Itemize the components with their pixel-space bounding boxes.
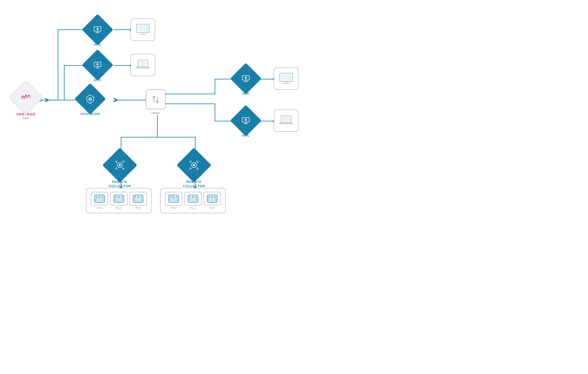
plc-right-1-device xyxy=(184,192,202,205)
collector-right-box: RTU PLC xyxy=(160,188,226,213)
collector-left-group: RTU PLC xyxy=(86,188,152,213)
rtu-left-icon xyxy=(94,194,105,203)
rtu-right-label: RTU xyxy=(171,206,176,209)
svg-rect-95 xyxy=(189,199,197,201)
arc-ml-icon xyxy=(92,60,103,70)
arc-tr-icon xyxy=(240,73,251,84)
svg-point-77 xyxy=(115,196,117,198)
guardian-node: GUARDIAN xyxy=(79,88,101,116)
svg-rect-36 xyxy=(139,61,147,66)
rtu-right-device xyxy=(165,192,182,205)
laptop-ml-icon xyxy=(135,58,151,72)
arc-tr-diamond xyxy=(230,63,261,94)
svg-rect-57 xyxy=(282,116,290,122)
rtu-left-device xyxy=(91,192,108,205)
plc-right-1: PLC xyxy=(184,192,202,209)
plc-right-2-icon xyxy=(207,194,218,203)
plc-left-2-device xyxy=(129,192,147,205)
svg-point-63 xyxy=(116,168,117,169)
svg-rect-28 xyxy=(137,25,148,32)
svg-point-37 xyxy=(142,67,144,68)
rc-right-icon xyxy=(188,159,200,172)
monitor-tr-node xyxy=(274,67,298,90)
svg-point-89 xyxy=(176,196,177,198)
switch-box xyxy=(146,89,166,109)
arc-tl-icon xyxy=(92,24,103,35)
svg-point-84 xyxy=(140,196,142,198)
svg-point-61 xyxy=(116,161,117,162)
arc-tl-diamond xyxy=(82,14,113,45)
svg-point-78 xyxy=(118,196,120,198)
rc-left-inner xyxy=(107,153,132,177)
monitor-tl-icon xyxy=(135,23,151,37)
plc-left-1-device xyxy=(110,192,127,205)
plc-right-2: PLC xyxy=(204,192,221,209)
arc-tr-inner xyxy=(235,67,257,90)
guardian-diamond xyxy=(74,83,106,114)
svg-rect-85 xyxy=(134,199,142,201)
rc-right-inner xyxy=(182,153,206,177)
svg-point-60 xyxy=(119,164,121,166)
collector-right-group: RTU PLC xyxy=(160,188,226,213)
svg-rect-75 xyxy=(96,199,104,201)
switch-label: Switch xyxy=(151,111,160,115)
plc-right-2-device xyxy=(204,192,221,205)
svg-rect-90 xyxy=(170,199,178,201)
plc-right-1-label: PLC xyxy=(190,206,195,209)
vantage-sublabel: SaaS xyxy=(23,117,29,120)
plc-right-2-label: PLC xyxy=(210,206,215,209)
plc-left-1: PLC xyxy=(110,192,127,209)
rtu-right-icon xyxy=(168,194,179,203)
svg-point-83 xyxy=(137,196,139,198)
svg-point-87 xyxy=(170,196,171,198)
svg-point-92 xyxy=(189,196,191,198)
svg-rect-49 xyxy=(280,74,292,81)
arc-mr-icon xyxy=(240,115,251,126)
guardian-diamond-inner xyxy=(79,88,101,110)
plc-left-1-icon xyxy=(113,194,124,203)
rc-right-diamond xyxy=(176,148,211,182)
monitor-tr-box xyxy=(274,67,298,90)
svg-point-94 xyxy=(195,196,197,198)
svg-point-73 xyxy=(99,196,100,198)
svg-point-79 xyxy=(121,196,123,198)
collector-left-box: RTU PLC xyxy=(86,188,152,213)
plc-left-2: PLC xyxy=(129,192,147,209)
svg-point-99 xyxy=(214,196,216,198)
svg-point-88 xyxy=(173,196,174,198)
arc-ml-diamond xyxy=(82,49,113,81)
vantage-node: VANTAGE SaaS xyxy=(14,85,38,120)
arc-ml-inner xyxy=(86,54,109,76)
vantage-diamond-inner xyxy=(20,91,32,104)
switch-node: Switch xyxy=(146,89,166,115)
svg-point-70 xyxy=(197,168,198,169)
plc-left-1-label: PLC xyxy=(116,206,121,209)
rc-left-icon xyxy=(113,159,126,172)
svg-point-58 xyxy=(285,123,287,124)
svg-point-72 xyxy=(96,196,97,198)
arc-mr-diamond xyxy=(230,105,261,136)
monitor-tl-box xyxy=(130,19,155,41)
arc-mr-inner xyxy=(235,110,257,132)
arc-mid-right-node: ARC xyxy=(235,110,257,137)
laptop-mr-node xyxy=(274,110,298,132)
laptop-ml-box xyxy=(130,54,155,76)
svg-point-67 xyxy=(190,161,191,162)
arc-top-right-node: ARC xyxy=(235,67,257,95)
laptop-mr-icon xyxy=(278,114,294,128)
rtu-left-label: RTU xyxy=(97,206,102,209)
rtu-right: RTU xyxy=(165,192,182,209)
arc-tl-inner xyxy=(86,19,109,41)
vantage-diamond xyxy=(8,80,43,115)
arc-mid-left-node: ARC xyxy=(86,54,109,82)
laptop-ml-node xyxy=(130,54,155,76)
svg-point-69 xyxy=(190,168,191,169)
arc-top-left-node: ARC xyxy=(86,19,109,46)
guardian-icon xyxy=(85,93,96,104)
monitor-tl-node xyxy=(130,19,155,41)
svg-point-64 xyxy=(123,168,124,169)
svg-point-93 xyxy=(192,196,194,198)
svg-point-98 xyxy=(211,196,213,198)
svg-rect-80 xyxy=(115,199,123,201)
svg-point-74 xyxy=(102,196,103,198)
